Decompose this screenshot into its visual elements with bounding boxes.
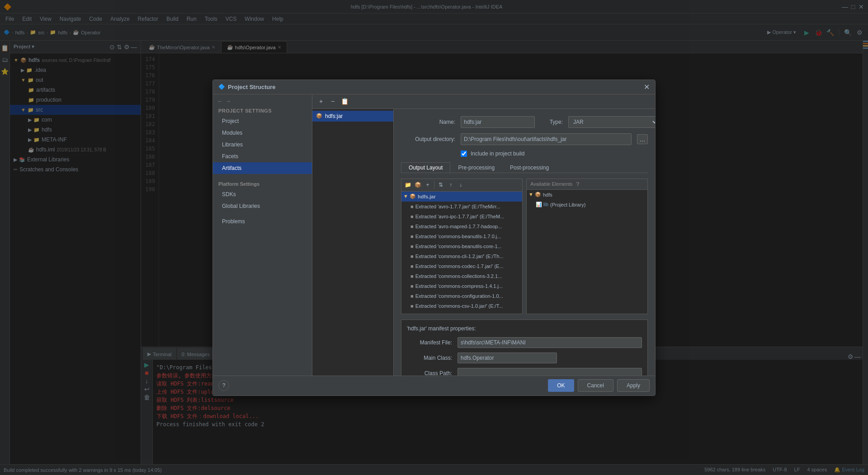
output-item-8[interactable]: ■ Extracted 'commons-collections-3.2.1..… [401,271,522,281]
artifact-item-hdfs-jar[interactable]: 📦 hdfs:jar [312,111,393,122]
nav-artifacts[interactable]: Artifacts [213,162,312,174]
output-item-12[interactable]: ■ Extracted 'commons-daemon-1.0.13.j... [401,311,522,314]
manifest-file-input[interactable] [458,337,642,348]
apply-button[interactable]: Apply [617,379,650,392]
output-item-6[interactable]: ■ Extracted 'commons-cli-1.2.jar/' (E:/T… [401,251,522,261]
name-input[interactable] [461,116,535,128]
sort-btn[interactable]: ⇅ [436,180,445,189]
extract-icon-7: ■ [410,263,414,269]
extract-label-2: Extracted 'avro-ipc-1.7.7.jar/' (E:/TheM… [415,214,505,219]
output-structure-panel: 📁 📦 + ⇅ ↑ ↓ ▼ 📦 [401,179,523,314]
modal-body: ← → Project Settings Project Modules Lib… [213,94,655,376]
name-type-row: Name: Type: JAR [401,116,648,128]
extract-label-8: Extracted 'commons-collections-3.2.1... [415,273,502,279]
browse-output-dir-button[interactable]: ... [637,134,648,144]
manifest-file-label: Manifest File: [407,339,452,346]
modal-close-button[interactable]: ✕ [644,83,650,91]
output-item-4[interactable]: ■ Extracted 'commons-beanutils-1.7.0.j..… [401,231,522,241]
nav-global-libs[interactable]: Global Libraries [213,200,312,212]
output-item-1[interactable]: ■ Extracted 'avro-1.7.7.jar/' (E:/TheMir… [401,202,522,212]
tab-output-layout[interactable]: Output Layout [401,162,450,173]
root-jar-label: hdfs.jar [418,194,436,199]
type-select[interactable]: JAR [568,116,655,128]
modal-footer: ? OK Cancel Apply [213,376,655,395]
lib-label: (Project Library) [550,202,585,207]
jar-icon: 📦 [316,113,322,119]
avail-lib[interactable]: 📊 lib (Project Library) [527,200,647,210]
create-dir-btn[interactable]: 📁 [403,180,412,189]
output-item-root[interactable]: ▼ 📦 hdfs.jar [401,192,522,202]
problems-group: Problems [213,216,312,227]
output-item-5[interactable]: ■ Extracted 'commons-beanutils-core-1... [401,241,522,251]
main-class-label: Main Class: [407,355,452,361]
remove-artifact-button[interactable]: − [328,96,338,106]
extract-icon-2: ■ [410,214,414,219]
classpath-label: Class Path: [407,370,452,376]
extract-icon-3: ■ [410,224,414,229]
root-jar-icon: ▼ 📦 [403,193,416,199]
include-build-checkbox[interactable] [461,150,467,157]
available-elements-help-icon[interactable]: ? [576,181,579,188]
available-elements-panel: Available Elements ? ▼ 📦 hdfs 📊 lib [526,179,648,314]
extract-icon-6: ■ [410,254,414,259]
extract-icon-8: ■ [410,273,414,279]
nav-problems[interactable]: Problems [213,216,312,227]
project-settings-group: Project Settings Project Modules Librari… [213,106,312,174]
extract-icon-9: ■ [410,283,414,289]
modal-overlay: 🔷 Project Structure ✕ ← → Project Settin… [0,0,868,475]
main-class-input[interactable] [458,353,557,363]
platform-settings-group: Platform Settings SDKs Global Libraries [213,178,312,212]
modal-title: Project Structure [228,84,275,90]
include-build-label: Include in project build [471,150,524,157]
extract-label-1: Extracted 'avro-1.7.7.jar/' (E:/TheMirr.… [415,204,500,209]
nav-facets[interactable]: Facets [213,150,312,162]
extract-label-11: Extracted 'commons-csv-1.0.jar/' (E:/T..… [415,303,503,309]
output-item-9[interactable]: ■ Extracted 'commons-compress-1.4.1.j... [401,281,522,291]
tab-preprocessing[interactable]: Pre-processing [450,162,502,173]
cancel-button[interactable]: Cancel [578,379,613,392]
add-element-btn[interactable]: + [423,180,432,189]
nav-sdks[interactable]: SDKs [213,188,312,200]
nav-libraries[interactable]: Libraries [213,139,312,150]
nav-forward-button[interactable]: → [225,98,232,104]
available-elements-header: Available Elements ? [527,179,647,190]
modal-main-content: + − 📋 📦 hdfs:jar [312,94,655,376]
output-item-2[interactable]: ■ Extracted 'avro-ipc-1.7.7.jar/' (E:/Th… [401,212,522,221]
nav-modules[interactable]: Modules [213,127,312,139]
classpath-input[interactable] [458,368,642,376]
extract-icon-1: ■ [410,204,414,209]
copy-artifact-button[interactable]: 📋 [340,96,349,106]
modal-nav-arrows: ← → [213,98,312,104]
extract-icon-4: ■ [410,234,414,239]
lib-icon: 📊 lib [536,202,548,207]
output-item-10[interactable]: ■ Extracted 'commons-configuration-1.0..… [401,291,522,301]
manifest-section: 'hdfs.jar' manifest properties: Manifest… [401,320,648,376]
output-item-7[interactable]: ■ Extracted 'commons-codec-1.7.jar/' (E.… [401,261,522,271]
extract-label-5: Extracted 'commons-beanutils-core-1... [415,244,502,249]
move-down-btn[interactable]: ↓ [456,180,465,189]
classpath-row: Class Path: [407,368,642,376]
available-elements-label: Available Elements [530,181,572,187]
move-up-btn[interactable]: ↑ [446,180,455,189]
artifact-toolbar: + − 📋 [312,94,655,109]
output-item-11[interactable]: ■ Extracted 'commons-csv-1.0.jar/' (E:/T… [401,301,522,311]
extract-label-12: Extracted 'commons-daemon-1.0.13.j... [415,313,502,314]
help-button[interactable]: ? [218,380,229,391]
extract-label-6: Extracted 'commons-cli-1.2.jar/' (E:/Th.… [415,254,504,259]
add-artifact-button[interactable]: + [316,96,326,106]
tab-postprocessing[interactable]: Post-processing [502,162,557,173]
hdfs-root-icon: ▼ 📦 [528,192,541,198]
extract-label-9: Extracted 'commons-compress-1.4.1.j... [415,283,503,289]
nav-project[interactable]: Project [213,115,312,127]
create-jar-btn[interactable]: 📦 [413,180,422,189]
extract-label-7: Extracted 'commons-codec-1.7.jar/' (E... [415,263,504,269]
avail-hdfs-root[interactable]: ▼ 📦 hdfs [527,190,647,200]
project-settings-label: Project Settings [213,106,312,115]
include-build-row: Include in project build [401,150,648,157]
ok-button[interactable]: OK [548,379,574,392]
output-item-3[interactable]: ■ Extracted 'avro-mapred-1.7.7-hadoop... [401,221,522,231]
nav-back-button[interactable]: ← [217,98,224,104]
manifest-title: 'hdfs.jar' manifest properties: [407,325,642,332]
artifact-item-label: hdfs:jar [325,113,343,119]
output-dir-input[interactable] [461,133,632,145]
